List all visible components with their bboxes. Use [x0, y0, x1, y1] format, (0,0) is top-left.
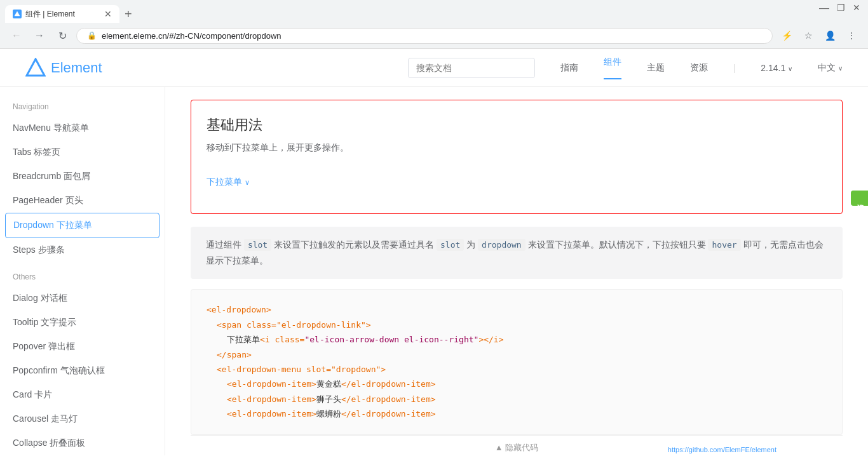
svg-marker-0: [15, 11, 20, 16]
code-line-3: 下拉菜单<i class="el-icon-arrow-down el-icon…: [207, 332, 827, 347]
dropdown-arrow-icon: ∨: [245, 178, 250, 187]
online-badge[interactable]: 在线运行: [851, 191, 868, 206]
code-line-5: <el-dropdown-menu slot="dropdown">: [207, 362, 827, 377]
new-tab-button[interactable]: +: [119, 5, 137, 23]
sidebar-item-breadcrumb[interactable]: Breadcrumb 面包屑: [0, 164, 165, 189]
extensions-button[interactable]: ⚡: [778, 27, 796, 44]
desc-code-hover: hover: [708, 239, 740, 251]
sidebar-item-dropdown[interactable]: Dropdown 下拉菜单: [5, 213, 159, 238]
bookmark-button[interactable]: ☆: [799, 27, 817, 44]
demo-box: 基础用法 移动到下拉菜单上，展开更多操作。 下拉菜单 ∨: [191, 100, 843, 214]
tab-title: 组件 | Element: [25, 9, 100, 20]
window-close-button[interactable]: ✕: [853, 3, 860, 14]
nav-guide[interactable]: 指南: [560, 62, 578, 74]
nav-resource[interactable]: 资源: [690, 62, 708, 74]
sidebar: Navigation NavMenu 导航菜单 Tabs 标签页 Breadcr…: [0, 87, 165, 455]
code-line-7: <el-dropdown-item>狮子头</el-dropdown-item>: [207, 392, 827, 406]
sidebar-item-tabs[interactable]: Tabs 标签页: [0, 140, 165, 164]
sidebar-item-tooltip[interactable]: Tooltip 文字提示: [0, 311, 165, 335]
window-minimize-button[interactable]: —: [819, 3, 829, 14]
desc-text-4: 来设置下拉菜单。默认情况下，下拉按钮只要: [528, 239, 706, 250]
desc-text-1: 通过组件: [206, 239, 241, 250]
nav-theme[interactable]: 主题: [647, 62, 665, 74]
address-bar[interactable]: 🔒 element.eleme.cn/#/zh-CN/component/dro…: [76, 28, 773, 44]
hide-code-label: ▲ 隐藏代码: [495, 442, 538, 453]
forward-button[interactable]: →: [31, 27, 48, 44]
sidebar-item-steps[interactable]: Steps 步骤条: [0, 238, 165, 262]
desc-text-3: 为: [466, 239, 475, 250]
sidebar-item-navmenu[interactable]: NavMenu 导航菜单: [0, 116, 165, 140]
url-text: element.eleme.cn/#/zh-CN/component/dropd…: [102, 31, 281, 41]
nav-version[interactable]: 2.14.1 ∨: [761, 63, 792, 73]
sidebar-section-navigation: Navigation: [0, 97, 165, 116]
sidebar-item-collapse[interactable]: Collapse 折叠面板: [0, 431, 165, 455]
refresh-button[interactable]: ↻: [53, 27, 71, 44]
profile-button[interactable]: 👤: [821, 27, 839, 44]
logo-icon: [25, 58, 46, 78]
desc-text-2: 来设置下拉触发的元素以及需要通过具名: [274, 239, 434, 250]
sidebar-item-popconfirm[interactable]: Popconfirm 气泡确认框: [0, 359, 165, 383]
code-line-6: <el-dropdown-item>黄金糕</el-dropdown-item>: [207, 377, 827, 391]
desc-code-slot2: slot: [437, 239, 464, 251]
search-input[interactable]: [408, 58, 535, 78]
lock-icon: 🔒: [87, 31, 97, 40]
demo-desc: 移动到下拉菜单上，展开更多操作。: [207, 142, 827, 154]
code-line-4: </span>: [207, 347, 827, 362]
code-line-1: <el-dropdown>: [207, 302, 827, 317]
footer-link[interactable]: https://github.com/ElemFE/element: [665, 443, 779, 455]
code-block: <el-dropdown> <span class="el-dropdown-l…: [191, 289, 843, 434]
desc-code-slot: slot: [244, 239, 271, 251]
main-content: 基础用法 移动到下拉菜单上，展开更多操作。 下拉菜单 ∨ 通过组件 slot 来…: [165, 87, 868, 455]
logo-text: Element: [51, 60, 102, 76]
sidebar-item-carousel[interactable]: Carousel 走马灯: [0, 407, 165, 431]
demo-title: 基础用法: [207, 116, 827, 135]
nav-language[interactable]: 中文 ∨: [818, 62, 843, 74]
menu-button[interactable]: ⋮: [843, 27, 860, 44]
demo-component: 下拉菜单 ∨: [207, 166, 827, 198]
window-restore-button[interactable]: ❐: [837, 3, 845, 14]
svg-marker-1: [27, 59, 44, 76]
sidebar-section-others: Others: [0, 267, 165, 286]
desc-code-dropdown: dropdown: [478, 239, 526, 251]
code-line-2: <span class="el-dropdown-link">: [207, 318, 827, 332]
sidebar-item-pageheader[interactable]: PageHeader 页头: [0, 189, 165, 213]
tab-close-button[interactable]: ✕: [104, 9, 112, 19]
nav-component[interactable]: 组件: [604, 57, 621, 79]
description-box: 通过组件 slot 来设置下拉触发的元素以及需要通过具名 slot 为 drop…: [191, 227, 843, 279]
sidebar-item-popover[interactable]: Popover 弹出框: [0, 335, 165, 359]
sidebar-item-dialog[interactable]: Dialog 对话框: [0, 286, 165, 311]
dropdown-trigger[interactable]: 下拉菜单 ∨: [207, 177, 250, 188]
logo[interactable]: Element: [25, 58, 102, 78]
favicon: [13, 10, 22, 18]
sidebar-item-card[interactable]: Card 卡片: [0, 383, 165, 407]
browser-tab[interactable]: 组件 | Element ✕: [5, 5, 119, 23]
back-button[interactable]: ←: [8, 27, 25, 44]
code-line-8: <el-dropdown-item>螺蛳粉</el-dropdown-item>: [207, 406, 827, 421]
